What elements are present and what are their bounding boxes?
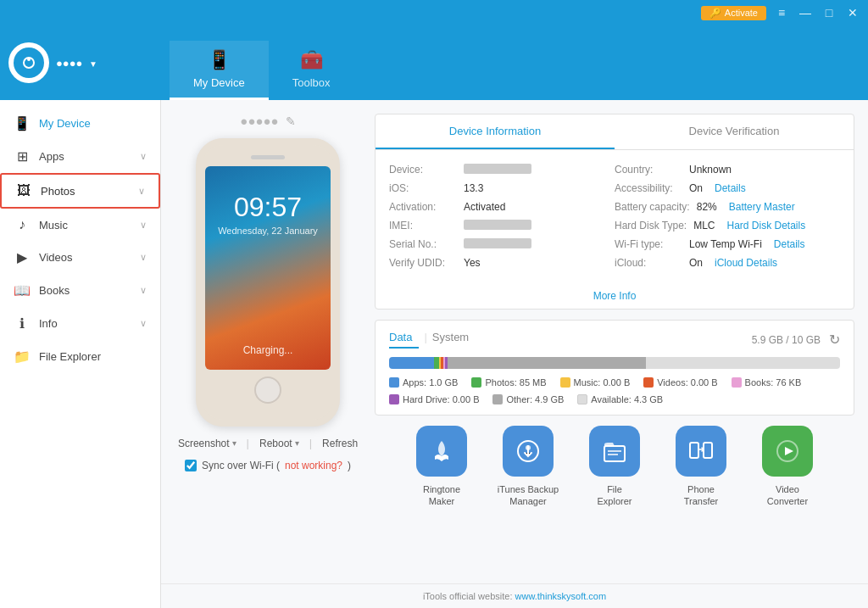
hamburger-button[interactable]: ≡ [773, 4, 790, 21]
tab-my-device[interactable]: 📱 My Device [170, 41, 269, 100]
wifi-details-link[interactable]: Details [774, 238, 805, 250]
itunes-backup-icon [503, 426, 554, 477]
minimize-button[interactable]: — [797, 4, 814, 21]
tab-toolbox[interactable]: 🧰 Toolbox [269, 41, 354, 100]
tab-device-information[interactable]: Device Information [376, 114, 615, 149]
device-name-row: ●●●●● ✎ [240, 114, 295, 128]
file-explorer-icon: 📁 [14, 349, 31, 365]
account-info: ●●●● ▼ [56, 57, 97, 70]
video-converter-icon [762, 426, 813, 477]
activate-button[interactable]: 🔑 Activate [701, 6, 766, 20]
info-row-battery: Battery capacity: 82% Battery Master [615, 198, 840, 216]
toolbox-tab-icon: 🧰 [300, 49, 323, 71]
titlebar: 🔑 Activate ≡ — □ ✕ [0, 0, 868, 25]
toolbox-file-explorer[interactable]: FileExplorer [576, 426, 653, 508]
legend-music: Music: 0.00 B [560, 377, 631, 388]
videos-icon: ▶ [14, 249, 31, 265]
ringtone-maker-label: RingtoneMaker [423, 483, 460, 508]
device-info-right: Country: Unknown Accessibility: On Detai… [615, 160, 840, 272]
phone-screen: 09:57 Wednesday, 22 January Charging... [205, 166, 331, 370]
toolbox-phone-transfer[interactable]: PhoneTransfer [663, 426, 739, 508]
phone-panel: ●●●●● ✎ 09:57 Wednesday, 22 January Char… [175, 114, 361, 570]
content-inner: ●●●●● ✎ 09:57 Wednesday, 22 January Char… [161, 100, 868, 583]
books-icon: 📖 [14, 282, 31, 298]
books-arrow: ∨ [140, 285, 147, 296]
phone-transfer-icon [676, 426, 726, 477]
refresh-icon[interactable]: ↻ [829, 332, 840, 348]
legend-videos: Videos: 0.00 B [643, 377, 717, 388]
toolbox-itunes-backup-manager[interactable]: iTunes BackupManager [490, 426, 566, 508]
sync-end: ) [348, 460, 351, 471]
sidebar-item-my-device[interactable]: 📱 My Device [0, 107, 160, 140]
battery-master-link[interactable]: Battery Master [729, 201, 795, 213]
harddisk-details-link[interactable]: Hard Disk Details [727, 220, 806, 231]
account-dropdown-arrow[interactable]: ▼ [89, 59, 97, 69]
edit-icon[interactable]: ✎ [286, 114, 296, 128]
apps-arrow: ∨ [140, 151, 147, 162]
sidebar-item-photos[interactable]: 🖼 Photos ∨ [0, 173, 160, 209]
phone-charging: Charging... [205, 344, 331, 356]
info-row-imei: IMEI: [389, 216, 615, 235]
sidebar: 📱 My Device ⊞ Apps ∨ 🖼 Photos ∨ ♪ Music … [0, 100, 161, 608]
legend-books: Books: 76 KB [732, 377, 802, 388]
sync-checkbox[interactable] [185, 460, 197, 471]
phone-time: 09:57 [205, 192, 331, 223]
sidebar-item-books[interactable]: 📖 Books ∨ [0, 274, 160, 307]
tab-device-verification[interactable]: Device Verification [615, 114, 854, 149]
more-info-link[interactable]: More Info [593, 290, 637, 302]
info-row-country: Country: Unknown [615, 160, 840, 179]
my-device-icon: 📱 [14, 115, 31, 131]
storage-tab-divider: | [424, 331, 426, 349]
nav-tabs: 📱 My Device 🧰 Toolbox [170, 41, 354, 100]
sidebar-item-apps[interactable]: ⊞ Apps ∨ [0, 140, 160, 173]
device-value [464, 164, 531, 174]
logo-inner [14, 47, 44, 78]
footer-text: iTools official website: [423, 591, 515, 601]
divider1: | [247, 437, 249, 449]
info-row-harddisk: Hard Disk Type: MLC Hard Disk Details [615, 216, 840, 235]
logo-area: ●●●● ▼ [8, 42, 170, 100]
toolbox-ringtone-maker[interactable]: RingtoneMaker [403, 426, 480, 508]
reboot-button[interactable]: Reboot ▾ [259, 438, 299, 449]
sidebar-item-info[interactable]: ℹ Info ∨ [0, 307, 160, 340]
legend-dot-other [492, 394, 503, 404]
sync-not-working-link[interactable]: not working? [285, 460, 342, 471]
refresh-button[interactable]: Refresh [322, 438, 358, 449]
device-info-tabs: Device Information Device Verification D… [375, 114, 854, 310]
legend-apps: Apps: 1.0 GB [389, 377, 458, 388]
sync-row: Sync over Wi-Fi ( not working? ) [185, 460, 351, 471]
my-device-tab-icon: 📱 [208, 49, 231, 71]
storage-segment-apps [389, 357, 434, 369]
svg-rect-7 [690, 443, 698, 458]
serial-value [464, 238, 531, 248]
toolbox-video-converter[interactable]: VideoConverter [749, 426, 826, 508]
phone-home-button[interactable] [254, 377, 281, 404]
screenshot-button[interactable]: Screenshot ▾ [178, 438, 236, 449]
sidebar-item-file-explorer[interactable]: 📁 File Explorer [0, 340, 160, 373]
info-arrow: ∨ [140, 318, 147, 329]
key-icon: 🔑 [709, 8, 721, 19]
svg-point-1 [27, 58, 31, 61]
file-explorer-toolbox-icon [589, 426, 640, 477]
phone-transfer-label: PhoneTransfer [684, 483, 719, 508]
apps-icon: ⊞ [14, 148, 31, 165]
storage-tab-system[interactable]: System [432, 331, 476, 349]
close-button[interactable]: ✕ [844, 4, 861, 21]
info-row-wifi: Wi-Fi type: Low Temp Wi-Fi Details [615, 235, 840, 254]
photos-arrow: ∨ [138, 186, 145, 197]
video-converter-label: VideoConverter [767, 483, 808, 508]
sidebar-item-music[interactable]: ♪ Music ∨ [0, 209, 160, 241]
legend-other: Other: 4.9 GB [492, 394, 564, 404]
device-name: ●●●●● [240, 114, 278, 128]
accessibility-details-link[interactable]: Details [715, 182, 746, 194]
music-arrow: ∨ [140, 220, 147, 231]
imei-value [464, 220, 531, 230]
maximize-button[interactable]: □ [821, 4, 837, 21]
storage-tab-data[interactable]: Data [389, 331, 419, 349]
sidebar-item-videos[interactable]: ▶ Videos ∨ [0, 241, 160, 274]
music-icon: ♪ [14, 217, 31, 232]
footer-website-link[interactable]: www.thinkskysoft.com [515, 591, 607, 601]
icloud-details-link[interactable]: iCloud Details [715, 257, 777, 269]
videos-arrow: ∨ [140, 252, 147, 263]
info-row-icloud: iCloud: On iCloud Details [615, 254, 840, 272]
